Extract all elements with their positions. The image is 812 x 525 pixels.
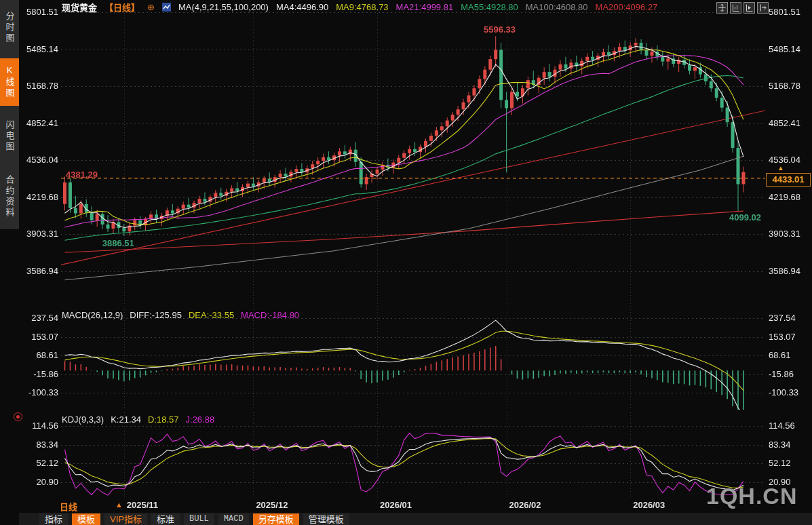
chart-header: 现货黄金 【日线】 ⊕ MA(4,9,21,55,100,200) MA4:44… (62, 1, 716, 13)
kdj-panel-header: KDJ(9,3,3) K:21.34 D:18.57 J:26.88 (62, 414, 214, 425)
date-label: 2026/02 (509, 500, 541, 510)
macd-dea-value: DEA:-33.55 (189, 310, 234, 320)
watermark: 1QH.CN (706, 483, 797, 509)
toolbar-tab-0[interactable]: 指标 (39, 513, 68, 525)
ma9-value: MA9:4768.73 (336, 2, 388, 12)
date-label: 2026/03 (633, 500, 665, 510)
kdj-title[interactable]: KDJ(9,3,3) (62, 414, 104, 425)
ma200-value: MA200:4096.27 (596, 2, 658, 12)
trading-app: 分时图 K线图 闪电图 合约资料 现货黄金 【日线】 ⊕ MA(4,9,21,5… (0, 0, 812, 525)
macd-title[interactable]: MACD(26,12,9) (62, 310, 123, 320)
sidebar-item-kline-chart[interactable]: K线图 (0, 58, 19, 106)
sidebar-item-lightning-chart[interactable]: 闪电图 (0, 113, 19, 160)
kdj-record-icon[interactable] (14, 412, 22, 421)
symbol-name: 现货黄金 (62, 1, 97, 13)
toolbar-tab-1[interactable]: 模板 (72, 513, 100, 525)
playback-icon[interactable] (743, 2, 755, 14)
period-tag[interactable]: 【日线】 (104, 1, 140, 13)
macd-diff-value: DIFF:-125.95 (130, 310, 182, 320)
kdj-j-value: J:26.88 (186, 414, 215, 425)
macd-panel-header: MACD(26,12,9) DIFF:-125.95 DEA:-33.55 MA… (62, 310, 299, 320)
recent-low-annotation: 4099.02 (729, 212, 761, 222)
period-label[interactable]: 日线 (60, 500, 77, 513)
chart-canvas[interactable] (0, 0, 812, 525)
kdj-k-value: K:21.34 (111, 414, 141, 425)
move-tool-icon[interactable] (716, 2, 728, 14)
ma-group-label: MA(4,9,21,55,100,200) (178, 2, 269, 12)
toolbar-tab-5[interactable]: MACD (218, 513, 249, 525)
ma21-value: MA21:4999.81 (396, 2, 454, 12)
date-label: 2026/01 (380, 500, 412, 510)
november-low-annotation: 3886.51 (102, 238, 134, 248)
price-alert-marker-icon[interactable]: ▲ (777, 164, 784, 172)
left-sidebar: 分时图 K线图 闪电图 合约资料 (0, 0, 19, 229)
ma100-value: MA100:4608.80 (526, 2, 588, 12)
toolbar-tab-4[interactable]: BULL (184, 513, 214, 525)
toolbar-tab-3[interactable]: 标准 (151, 513, 180, 525)
macd-hist-value: MACD:-184.80 (241, 310, 299, 320)
bottom-toolbar: 指标模板VIP指标标准BULLMACD另存模板管理模板 (19, 513, 812, 525)
circle-plus-icon[interactable]: ⊕ (147, 2, 155, 12)
toolbar-tab-7[interactable]: 管理模板 (303, 513, 349, 525)
ma55-value: MA55:4928.80 (461, 2, 518, 12)
toolbar-tab-6[interactable]: 另存模板 (253, 513, 299, 525)
alert-price-annotation: 4381.29 (66, 170, 98, 180)
ma4-value: MA4:4496.90 (276, 2, 328, 12)
date-label: 2025/12 (256, 500, 288, 510)
sidebar-item-time-chart[interactable]: 分时图 (0, 4, 19, 52)
sidebar-item-contract-info[interactable]: 合约资料 (0, 167, 19, 227)
fit-chart-icon[interactable] (730, 2, 741, 14)
kdj-d-value: D:18.57 (148, 414, 179, 425)
date-label: 2025/11 (127, 500, 158, 510)
chart-toolbar-icons (716, 2, 769, 14)
kline-style-icon[interactable] (162, 3, 171, 12)
last-price-box: 4433.01 (766, 173, 811, 187)
collapse-panel-icon[interactable] (757, 2, 769, 14)
toolbar-tab-2[interactable]: VIP指标 (104, 513, 147, 525)
high-annotation: 5596.33 (484, 24, 516, 35)
expand-arrow-icon[interactable]: ▲ (115, 501, 123, 509)
